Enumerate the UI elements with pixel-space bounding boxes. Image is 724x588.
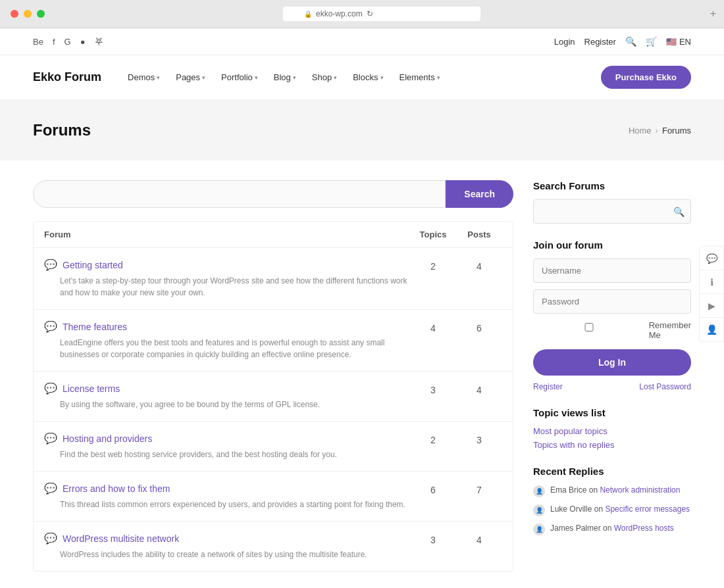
nav-shop[interactable]: Shop ▾: [312, 72, 337, 82]
twitter-icon[interactable]: ⛧: [95, 37, 103, 47]
forum-section: Search Forum Topics Posts 💬 Getting star…: [33, 180, 513, 572]
breadcrumb: Home › Forums: [629, 126, 691, 135]
reply-text: Ema Brice on Network administration: [550, 485, 691, 496]
reply-avatar: 👤: [533, 504, 545, 516]
forum-row-info: 💬 WordPress multisite network WordPress …: [44, 532, 410, 560]
reply-topic-link[interactable]: Specific error messages: [605, 504, 690, 514]
top-bar-right: Login Register 🔍 🛒 🇺🇸 EN: [554, 36, 691, 47]
page-header: Forums Home › Forums: [0, 100, 724, 160]
forum-search-button[interactable]: Search: [446, 180, 513, 208]
main-content: Search Forum Topics Posts 💬 Getting star…: [0, 160, 724, 588]
sidebar-search-icon[interactable]: 🔍: [673, 207, 685, 217]
nav-blocks-arrow: ▾: [380, 74, 384, 81]
search-topbar-icon[interactable]: 🔍: [625, 36, 636, 47]
nav-blocks-label: Blocks: [353, 72, 378, 82]
behance-icon[interactable]: Be: [33, 37, 43, 47]
forum-topics-count: 4: [410, 320, 456, 333]
forum-chat-icon: 💬: [44, 532, 57, 545]
breadcrumb-current: Forums: [662, 126, 691, 135]
user-float-icon[interactable]: 👤: [700, 318, 723, 341]
nav-blog-label: Blog: [274, 72, 291, 82]
lost-password-link[interactable]: Lost Password: [639, 382, 691, 391]
address-bar-inner[interactable]: 🔒 ekko-wp.com ↻: [283, 7, 480, 21]
flag-icon: 🇺🇸: [666, 37, 677, 47]
forum-topics-count: 2: [410, 432, 456, 445]
forum-description: This thread lists common errors experien…: [44, 499, 410, 510]
language-selector[interactable]: 🇺🇸 EN: [666, 37, 691, 47]
forum-link[interactable]: Theme features: [63, 322, 127, 332]
mac-maximize-dot[interactable]: [37, 10, 45, 18]
remember-checkbox[interactable]: [533, 323, 645, 331]
most-popular-topics-link[interactable]: Most popular topics: [533, 426, 691, 436]
login-button[interactable]: Log In: [533, 349, 691, 376]
top-bar: Be f G ● ⛧ Login Register 🔍 🛒 🇺🇸 EN: [0, 28, 724, 55]
forum-link[interactable]: Getting started: [63, 260, 123, 270]
password-field[interactable]: [533, 289, 691, 314]
nav-pages-label: Pages: [176, 72, 200, 82]
remember-row: Remember Me: [533, 320, 691, 340]
sidebar-join-section: Join our forum Remember Me Log In Regist…: [533, 239, 691, 391]
reply-avatar: 👤: [533, 485, 545, 497]
forum-description: WordPress includes the ability to create…: [44, 549, 410, 560]
nav-blog-arrow: ▾: [293, 74, 296, 81]
navbar: Ekko Forum Demos ▾ Pages ▾ Portfolio ▾ B…: [0, 55, 724, 100]
info-float-icon[interactable]: ℹ: [700, 270, 723, 294]
nav-blocks[interactable]: Blocks ▾: [353, 72, 383, 82]
instagram-icon[interactable]: ●: [80, 37, 86, 47]
sidebar-join-title: Join our forum: [533, 239, 691, 251]
chat-float-icon[interactable]: 💬: [700, 247, 723, 270]
breadcrumb-home[interactable]: Home: [629, 126, 652, 135]
forum-link[interactable]: License terms: [63, 383, 120, 394]
sidebar-search-section: Search Forums 🔍: [533, 180, 691, 224]
forum-link[interactable]: Errors and how to fix them: [63, 483, 170, 494]
google-icon[interactable]: G: [65, 37, 71, 47]
username-field[interactable]: [533, 258, 691, 283]
nav-demos[interactable]: Demos ▾: [128, 72, 160, 82]
new-tab-button[interactable]: +: [710, 8, 716, 20]
nav-elements[interactable]: Elements ▾: [400, 72, 440, 82]
forum-link[interactable]: WordPress multisite network: [63, 533, 179, 544]
mac-close-dot[interactable]: [11, 10, 18, 18]
register-link[interactable]: Register: [584, 37, 616, 47]
sidebar-recent-replies-section: Recent Replies 👤 Ema Brice on Network ad…: [533, 466, 691, 535]
facebook-icon[interactable]: f: [53, 37, 55, 47]
nav-blog[interactable]: Blog ▾: [274, 72, 296, 82]
cart-icon[interactable]: 🛒: [646, 36, 657, 47]
purchase-button[interactable]: Purchase Ekko: [601, 66, 691, 89]
forum-row-title: 💬 Theme features: [44, 320, 410, 333]
reply-pretext: on: [589, 485, 600, 495]
lang-label: EN: [679, 37, 691, 47]
sidebar-search-input[interactable]: [533, 199, 691, 224]
table-row: 💬 Errors and how to fix them This thread…: [34, 472, 513, 522]
login-link[interactable]: Login: [554, 37, 575, 47]
nav-pages[interactable]: Pages ▾: [176, 72, 205, 82]
table-row: 💬 Theme features LeadEngine offers you t…: [34, 310, 513, 372]
play-float-icon[interactable]: ▶: [700, 294, 723, 318]
forum-topics-count: 3: [410, 382, 456, 395]
table-row: 💬 Getting started Let's take a step-by-s…: [34, 248, 513, 310]
forum-description: LeadEngine offers you the best tools and…: [44, 337, 410, 360]
nav-elements-arrow: ▾: [437, 74, 440, 81]
reply-topic-link[interactable]: WordPress hosts: [614, 524, 674, 533]
sidebar-recent-replies-title: Recent Replies: [533, 466, 691, 477]
nav-demos-label: Demos: [128, 72, 155, 82]
nav-elements-label: Elements: [400, 72, 435, 82]
table-row: 💬 Hosting and providers Find the best we…: [34, 422, 513, 472]
forum-posts-count: 3: [456, 432, 502, 445]
refresh-icon[interactable]: ↻: [367, 9, 373, 18]
brand-logo[interactable]: Ekko Forum: [33, 70, 101, 84]
nav-portfolio[interactable]: Portfolio ▾: [221, 72, 258, 82]
reply-avatar: 👤: [533, 524, 545, 535]
remember-label: Remember Me: [649, 320, 691, 340]
forum-posts-count: 4: [456, 258, 502, 272]
forum-link[interactable]: Hosting and providers: [63, 433, 152, 444]
no-replies-topics-link[interactable]: Topics with no replies: [533, 440, 691, 450]
nav-shop-arrow: ▾: [334, 74, 337, 81]
sidebar: Search Forums 🔍 Join our forum Remember …: [533, 180, 691, 572]
forum-search-input[interactable]: [33, 180, 446, 208]
reply-topic-link[interactable]: Network administration: [600, 485, 680, 495]
forum-topics-count: 6: [410, 482, 456, 495]
register-link[interactable]: Register: [533, 382, 563, 391]
mac-minimize-dot[interactable]: [24, 10, 32, 18]
reply-pretext: on: [594, 504, 606, 514]
